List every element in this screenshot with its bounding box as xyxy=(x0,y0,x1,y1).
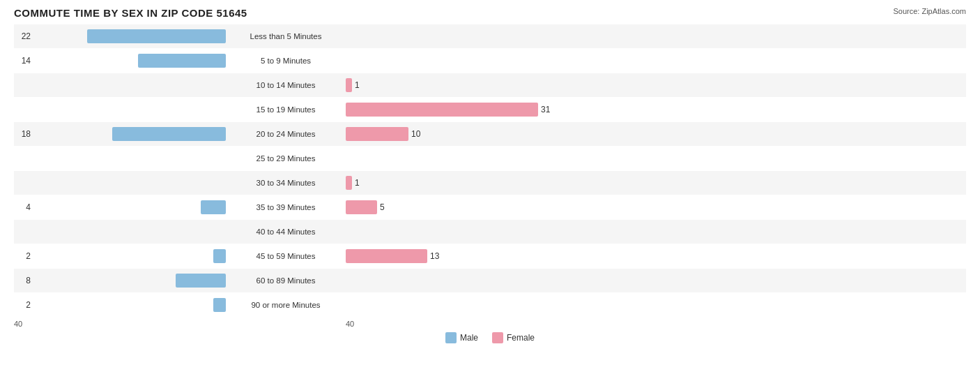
male-bar-wrap xyxy=(33,151,226,165)
male-value: 4 xyxy=(14,202,31,212)
female-bar xyxy=(346,249,427,263)
female-value: 1 xyxy=(355,178,372,188)
left-section: 18 xyxy=(14,127,230,141)
male-value: 14 xyxy=(14,56,31,66)
right-section: 13 xyxy=(342,249,558,263)
male-bar xyxy=(213,249,226,263)
right-section: 31 xyxy=(342,103,558,117)
right-section: 1 xyxy=(342,78,558,92)
male-bar xyxy=(201,200,226,214)
chart-area: 22 Less than 5 Minutes 14 5 to 9 Minutes xyxy=(14,24,966,317)
left-section xyxy=(14,78,230,92)
left-section: 2 xyxy=(14,298,230,312)
male-bar xyxy=(87,29,226,43)
axis-right: 40 xyxy=(342,320,558,328)
row-label: 10 to 14 Minutes xyxy=(230,81,342,89)
female-legend-box xyxy=(492,332,503,343)
left-section: 8 xyxy=(14,274,230,288)
male-value: 18 xyxy=(14,129,31,139)
female-value: 5 xyxy=(380,202,397,212)
table-row: 4 35 to 39 Minutes 5 xyxy=(14,195,966,219)
axis-row: 40 40 xyxy=(14,320,966,328)
female-value: 31 xyxy=(541,105,558,114)
right-section xyxy=(342,151,558,165)
row-label: 40 to 44 Minutes xyxy=(230,228,342,236)
female-bar xyxy=(346,103,538,117)
row-label: 25 to 29 Minutes xyxy=(230,154,342,163)
right-section xyxy=(342,29,558,43)
male-value: 2 xyxy=(14,300,31,310)
axis-left: 40 xyxy=(14,320,230,328)
male-bar-wrap xyxy=(33,176,226,190)
table-row: 18 20 to 24 Minutes 10 xyxy=(14,122,966,146)
right-section xyxy=(342,274,558,288)
male-legend-box xyxy=(445,332,457,343)
male-bar xyxy=(138,54,226,68)
left-section xyxy=(14,151,230,165)
right-section: 5 xyxy=(342,200,558,214)
right-section: 1 xyxy=(342,176,558,190)
table-row: 25 to 29 Minutes xyxy=(14,147,966,170)
male-bar-wrap xyxy=(33,249,226,263)
male-bar-wrap xyxy=(33,54,226,68)
row-label: 20 to 24 Minutes xyxy=(230,130,342,138)
male-bar xyxy=(176,274,226,288)
row-label: 60 to 89 Minutes xyxy=(230,276,342,285)
male-value: 22 xyxy=(14,31,31,41)
male-legend-label: Male xyxy=(460,333,478,343)
right-section: 10 xyxy=(342,127,558,141)
left-section: 4 xyxy=(14,200,230,214)
male-bar-wrap xyxy=(33,29,226,43)
chart-title: COMMUTE TIME BY SEX IN ZIP CODE 51645 xyxy=(14,7,247,19)
legend-female: Female xyxy=(492,332,535,343)
right-section xyxy=(342,225,558,239)
table-row: 8 60 to 89 Minutes xyxy=(14,269,966,292)
male-value: 2 xyxy=(14,251,31,261)
female-bar xyxy=(346,176,352,190)
row-label: 5 to 9 Minutes xyxy=(230,57,342,65)
right-section xyxy=(342,54,558,68)
female-value: 1 xyxy=(355,80,372,90)
legend: Male Female xyxy=(14,332,966,343)
table-row: 40 to 44 Minutes xyxy=(14,220,966,244)
table-row: 2 90 or more Minutes xyxy=(14,293,966,317)
male-bar-wrap xyxy=(33,127,226,141)
female-legend-label: Female xyxy=(507,333,535,343)
left-section xyxy=(14,176,230,190)
axis-tick-right: 40 xyxy=(346,320,354,328)
row-label: 45 to 59 Minutes xyxy=(230,252,342,260)
male-bar xyxy=(213,298,226,312)
male-bar-wrap xyxy=(33,200,226,214)
row-label: 30 to 34 Minutes xyxy=(230,179,342,187)
row-label: 90 or more Minutes xyxy=(230,301,342,309)
left-section: 2 xyxy=(14,249,230,263)
table-row: 2 45 to 59 Minutes 13 xyxy=(14,244,966,268)
table-row: 30 to 34 Minutes 1 xyxy=(14,171,966,195)
male-bar-wrap xyxy=(33,298,226,312)
table-row: 10 to 14 Minutes 1 xyxy=(14,73,966,97)
male-bar xyxy=(112,127,226,141)
male-bar-wrap xyxy=(33,103,226,117)
legend-male: Male xyxy=(445,332,478,343)
male-bar-wrap xyxy=(33,225,226,239)
left-section xyxy=(14,103,230,117)
left-section: 14 xyxy=(14,54,230,68)
female-value: 13 xyxy=(430,251,447,261)
left-section: 22 xyxy=(14,29,230,43)
table-row: 14 5 to 9 Minutes xyxy=(14,49,966,73)
male-bar-wrap xyxy=(33,78,226,92)
right-section xyxy=(342,298,558,312)
left-section xyxy=(14,225,230,239)
female-bar xyxy=(346,200,377,214)
axis-tick-left: 40 xyxy=(14,320,22,328)
female-value: 10 xyxy=(411,129,428,139)
title-row: COMMUTE TIME BY SEX IN ZIP CODE 51645 So… xyxy=(14,7,966,19)
table-row: 22 Less than 5 Minutes xyxy=(14,24,966,48)
table-row: 15 to 19 Minutes 31 xyxy=(14,98,966,121)
female-bar xyxy=(346,78,352,92)
row-label: 35 to 39 Minutes xyxy=(230,203,342,211)
source-text: Source: ZipAtlas.com xyxy=(893,7,966,15)
chart-container: COMMUTE TIME BY SEX IN ZIP CODE 51645 So… xyxy=(0,0,980,365)
row-label: 15 to 19 Minutes xyxy=(230,105,342,114)
row-label: Less than 5 Minutes xyxy=(230,32,342,40)
